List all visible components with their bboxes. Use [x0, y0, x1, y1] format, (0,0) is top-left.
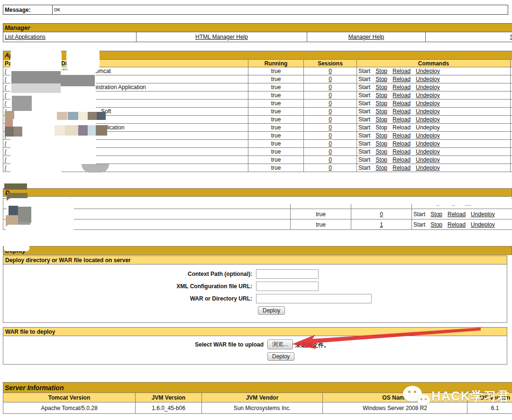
app-sessions-link[interactable]: 0	[380, 211, 383, 218]
command-reload[interactable]: Reload	[393, 116, 411, 123]
war-deploy-button[interactable]: Deploy	[267, 352, 294, 361]
app-display-name: lication	[107, 124, 124, 131]
command-reload[interactable]: Reload	[393, 76, 411, 82]
command-stop[interactable]: Stop	[375, 108, 387, 115]
command-undeploy[interactable]: Undeploy	[416, 156, 440, 163]
app-sessions-link[interactable]: 1	[380, 221, 383, 228]
message-table: Message: OK	[3, 5, 508, 15]
app-path-link[interactable]: /	[5, 164, 6, 171]
command-reload[interactable]: Reload	[393, 68, 411, 74]
app-sessions-link[interactable]: 0	[329, 156, 332, 163]
app-sessions-link[interactable]: 0	[329, 84, 332, 91]
xml-config-input[interactable]	[256, 282, 319, 291]
table-row: true0StartStopReloadUndeploy	[3, 209, 512, 219]
app-path-link[interactable]: /	[5, 140, 6, 147]
command-stop[interactable]: Stop	[375, 100, 387, 107]
command-undeploy[interactable]: Undeploy	[416, 100, 440, 107]
command-undeploy[interactable]: Undeploy	[416, 140, 440, 147]
commands-cell: StartStopReloadUndeploy	[357, 75, 511, 83]
table-row: true1StartStopReloadUndeploy	[3, 219, 512, 230]
commands-cell: StartStopReloadUndeploy	[357, 132, 511, 140]
deploy-subtitle: Deploy directory or WAR file located on …	[3, 256, 507, 265]
command-undeploy[interactable]: Undeploy	[416, 68, 440, 74]
command-stop[interactable]: Stop	[375, 132, 387, 139]
command-reload[interactable]: Reload	[393, 140, 411, 147]
app-sessions-link[interactable]: 0	[329, 148, 332, 155]
manager-link-list-applications[interactable]: List Applications	[5, 34, 46, 40]
command-reload[interactable]: Reload	[393, 132, 411, 139]
command-stop[interactable]: Stop	[375, 148, 387, 155]
app-sessions-link[interactable]: 0	[329, 132, 332, 139]
app-running: true	[248, 91, 304, 100]
app-path-link[interactable]: /	[5, 92, 6, 99]
watermark-text: HACK学习君	[431, 388, 510, 405]
app-sessions-link[interactable]: 0	[329, 140, 332, 147]
war-url-input[interactable]	[256, 294, 372, 303]
command-stop[interactable]: Stop	[375, 164, 387, 171]
context-path-input[interactable]	[256, 269, 319, 279]
app-path-link[interactable]: /	[5, 84, 6, 91]
command-stop[interactable]: Stop	[430, 221, 442, 228]
app-sessions-link[interactable]: 0	[329, 100, 332, 107]
command-undeploy[interactable]: Undeploy	[416, 116, 440, 123]
command-start: Start	[413, 221, 425, 228]
censor-mosaic	[9, 206, 18, 216]
command-reload[interactable]: Reload	[393, 100, 411, 107]
command-start: Start	[358, 132, 370, 139]
censor-mosaic	[88, 125, 96, 136]
app-sessions-link[interactable]: 0	[329, 76, 332, 82]
command-undeploy[interactable]: Undeploy	[416, 132, 440, 139]
command-undeploy[interactable]: Undeploy	[416, 92, 440, 99]
command-undeploy[interactable]: Undeploy	[416, 84, 440, 91]
app-sessions-link[interactable]: 0	[329, 68, 332, 74]
command-stop[interactable]: Stop	[430, 211, 442, 218]
command-stop[interactable]: Stop	[375, 84, 387, 91]
manager-link-manager-help[interactable]: Manager Help	[348, 34, 384, 40]
manager-link-server-status[interactable]: Server Status	[510, 34, 512, 40]
command-undeploy[interactable]: Undeploy	[416, 148, 440, 155]
commands-cell: StartStopReloadUndeploy	[357, 100, 511, 108]
censor-mosaic	[78, 125, 88, 136]
command-reload[interactable]: Reload	[393, 148, 411, 155]
browse-button[interactable]: 浏览...	[267, 339, 293, 349]
manager-link-html-manager-help[interactable]: HTML Manager Help	[195, 34, 248, 40]
app-path-link[interactable]: /	[5, 156, 6, 163]
command-stop[interactable]: Stop	[375, 68, 387, 74]
censor-blob	[4, 243, 29, 251]
censor-blob	[66, 46, 100, 73]
column-header-running: Running	[248, 60, 304, 67]
command-stop[interactable]: Stop	[375, 116, 387, 123]
app-path-link[interactable]: /	[5, 148, 6, 155]
command-stop[interactable]: Stop	[375, 156, 387, 163]
app-sessions-link[interactable]: 0	[329, 116, 332, 123]
app-running: true	[248, 140, 304, 148]
app-sessions-link[interactable]: 0	[329, 124, 332, 131]
command-stop[interactable]: Stop	[375, 76, 387, 82]
command-reload[interactable]: Reload	[393, 84, 411, 91]
command-undeploy[interactable]: Undeploy	[416, 76, 440, 82]
server-info-header-jvm-vendor: JVM Vendor	[202, 393, 323, 402]
command-start: Start	[413, 211, 425, 218]
command-undeploy[interactable]: Undeploy	[416, 164, 440, 171]
command-reload[interactable]: Reload	[448, 211, 466, 218]
app-path-link[interactable]: /	[5, 100, 6, 107]
app-sessions-link[interactable]: 0	[329, 164, 332, 171]
deploy-button[interactable]: Deploy	[258, 306, 285, 315]
command-undeploy[interactable]: Undeploy	[416, 108, 440, 115]
command-reload[interactable]: Reload	[393, 92, 411, 99]
app-sessions-link[interactable]: 0	[329, 92, 332, 99]
app-path-link[interactable]: /	[5, 68, 6, 74]
censor-mosaic	[65, 125, 78, 136]
command-stop[interactable]: Stop	[375, 140, 387, 147]
manager-section: Manager List ApplicationsHTML Manager He…	[3, 23, 512, 42]
censor-mosaic	[5, 111, 14, 119]
command-reload[interactable]: Reload	[393, 164, 411, 171]
command-undeploy[interactable]: Undeploy	[471, 221, 495, 228]
app-sessions-link[interactable]: 0	[329, 108, 332, 115]
app-path-link[interactable]: /	[5, 76, 6, 82]
command-stop[interactable]: Stop	[375, 92, 387, 99]
command-undeploy[interactable]: Undeploy	[471, 211, 495, 218]
command-reload[interactable]: Reload	[393, 156, 411, 163]
command-reload[interactable]: Reload	[393, 108, 411, 115]
command-reload[interactable]: Reload	[448, 221, 466, 228]
